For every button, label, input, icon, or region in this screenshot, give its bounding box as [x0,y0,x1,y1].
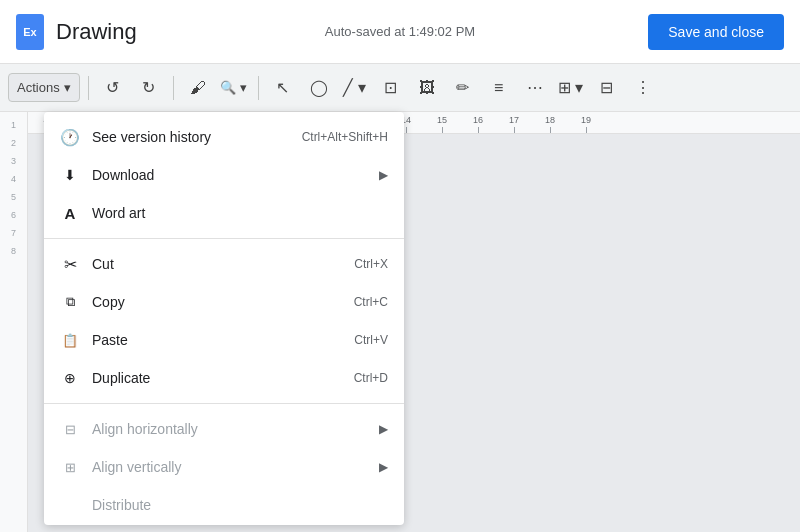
select-tool[interactable]: ↖ [267,72,299,104]
menu-item-distribute[interactable]: Distribute [44,486,404,519]
menu-item-paste[interactable]: 📋 Paste Ctrl+V [44,321,404,359]
distribute-icon [60,495,80,515]
vertical-ruler: 1 2 3 4 5 6 7 8 [0,112,28,532]
toolbar-divider [88,76,89,100]
paste-label: Paste [92,332,342,348]
menu-item-copy[interactable]: ⧉ Copy Ctrl+C [44,283,404,321]
undo-button[interactable]: ↺ [97,72,129,104]
copy-icon: ⧉ [60,292,80,312]
align-v-label: Align vertically [92,459,367,475]
zoom-button[interactable]: 🔍 ▾ [218,72,250,104]
menu-item-align-v[interactable]: ⊞ Align vertically ▶ [44,448,404,486]
ruler-v-3: 3 [11,156,16,166]
app-icon: Ex [16,14,44,50]
ruler-v-7: 7 [11,228,16,238]
actions-menu-button[interactable]: Actions ▾ [8,73,80,102]
ruler-v-8: 8 [11,246,16,256]
menu-item-download[interactable]: ⬇ Download ▶ [44,156,404,194]
autosave-status: Auto-saved at 1:49:02 PM [325,24,475,39]
app-header: Ex Drawing Auto-saved at 1:49:02 PM Save… [0,0,800,64]
menu-divider-1 [44,238,404,239]
cut-label: Cut [92,256,342,272]
pen-tool[interactable]: ✏ [447,72,479,104]
actions-dropdown: 🕐 See version history Ctrl+Alt+Shift+H ⬇… [44,112,404,525]
ruler-v-6: 6 [11,210,16,220]
version-history-shortcut: Ctrl+Alt+Shift+H [302,130,388,144]
menu-item-align-h[interactable]: ⊟ Align horizontally ▶ [44,410,404,448]
photo-tool[interactable]: ⊟ [591,72,623,104]
ruler-v-label: 1 [11,120,16,130]
copy-shortcut: Ctrl+C [354,295,388,309]
shape-tool[interactable]: ◯ [303,72,335,104]
ruler-mark: 19 [568,115,604,133]
line-style-tool[interactable]: ≡ [483,72,515,104]
align-h-label: Align horizontally [92,421,367,437]
distribute-label: Distribute [92,497,388,513]
line-tool[interactable]: ╱ ▾ [339,72,371,104]
document-title: Drawing [56,19,137,45]
align-v-icon: ⊞ [60,457,80,477]
duplicate-icon: ⊕ [60,368,80,388]
menu-divider-2 [44,403,404,404]
cut-icon: ✂ [60,254,80,274]
word-art-label: Word art [92,205,388,221]
ruler-v-2: 2 [11,138,16,148]
more-options-button[interactable]: ⋮ [627,72,659,104]
version-history-label: See version history [92,129,290,145]
text-box-tool[interactable]: ⊡ [375,72,407,104]
clock-icon: 🕐 [60,127,80,147]
ruler-v-4: 4 [11,174,16,184]
ruler-mark: 15 [424,115,460,133]
actions-arrow: ▾ [64,80,71,95]
menu-item-cut[interactable]: ✂ Cut Ctrl+X [44,245,404,283]
menu-item-word-art[interactable]: A Word art [44,194,404,232]
toolbar: Actions ▾ ↺ ↻ 🖌 🔍 ▾ ↖ ◯ ╱ ▾ ⊡ 🖼 ✏ ≡ ⋯ ⊞ … [0,64,800,112]
download-icon: ⬇ [60,165,80,185]
image-tool[interactable]: 🖼 [411,72,443,104]
toolbar-divider-3 [258,76,259,100]
download-label: Download [92,167,367,183]
ruler-v-5: 5 [11,192,16,202]
align-h-arrow: ▶ [379,422,388,436]
menu-item-duplicate[interactable]: ⊕ Duplicate Ctrl+D [44,359,404,397]
duplicate-label: Duplicate [92,370,342,386]
ruler-mark: 16 [460,115,496,133]
align-h-icon: ⊟ [60,419,80,439]
ruler-mark: 18 [532,115,568,133]
crop-tool[interactable]: ⊞ ▾ [555,72,587,104]
menu-item-version-history[interactable]: 🕐 See version history Ctrl+Alt+Shift+H [44,118,404,156]
download-arrow: ▶ [379,168,388,182]
duplicate-shortcut: Ctrl+D [354,371,388,385]
align-v-arrow: ▶ [379,460,388,474]
cut-shortcut: Ctrl+X [354,257,388,271]
dash-style-tool[interactable]: ⋯ [519,72,551,104]
ruler-mark: 17 [496,115,532,133]
copy-label: Copy [92,294,342,310]
paint-format-button[interactable]: 🖌 [182,72,214,104]
paste-icon: 📋 [60,330,80,350]
redo-button[interactable]: ↻ [133,72,165,104]
actions-label: Actions [17,80,60,95]
paste-shortcut: Ctrl+V [354,333,388,347]
toolbar-divider-2 [173,76,174,100]
save-close-button[interactable]: Save and close [648,14,784,50]
word-art-icon: A [60,203,80,223]
